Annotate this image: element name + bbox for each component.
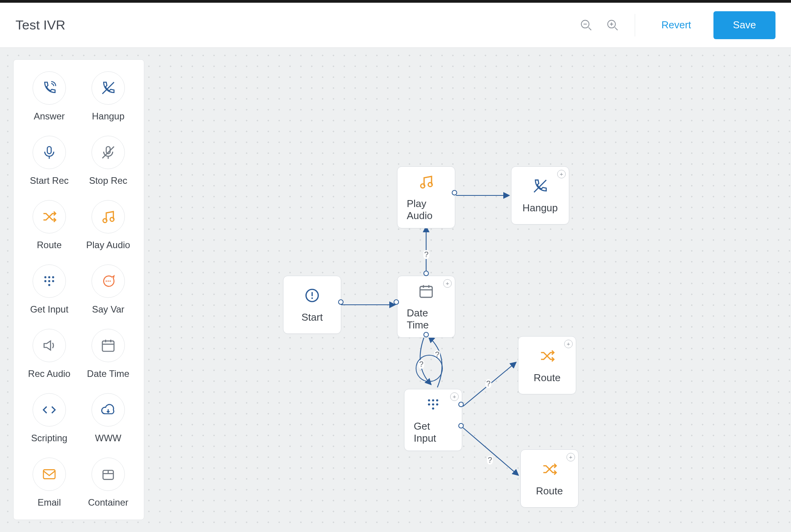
- music-note-icon: [418, 174, 434, 192]
- connection-port[interactable]: [423, 271, 429, 276]
- palette-item-www[interactable]: WWW: [79, 393, 138, 444]
- flow-node-start[interactable]: Start: [283, 276, 341, 334]
- window-titlebar-stub: [0, 0, 791, 3]
- music-note-icon: [92, 200, 125, 233]
- node-palette: Answer Hangup Start Rec Stop Rec Route P…: [13, 59, 144, 520]
- palette-item-label: Stop Rec: [89, 175, 128, 186]
- header-separator: [635, 14, 635, 36]
- start-icon: [304, 287, 320, 305]
- flow-node-label: Route: [534, 372, 560, 384]
- calendar-icon: [92, 329, 125, 362]
- connection-port[interactable]: [452, 190, 457, 195]
- edge-condition-label[interactable]: ?: [423, 250, 429, 259]
- envelope-icon: [33, 458, 66, 491]
- palette-item-route[interactable]: Route: [20, 200, 79, 250]
- edge-condition-label[interactable]: ?: [487, 456, 493, 465]
- cloud-download-icon: [92, 393, 125, 427]
- palette-item-email[interactable]: Email: [20, 458, 79, 508]
- palette-item-stop-rec[interactable]: Stop Rec: [79, 136, 138, 186]
- connection-port[interactable]: [394, 299, 399, 305]
- palette-item-hangup[interactable]: Hangup: [79, 71, 138, 122]
- flow-node-hangup[interactable]: + Hangup: [511, 166, 569, 225]
- palette-item-label: Rec Audio: [28, 368, 70, 379]
- palette-item-label: Play Audio: [86, 240, 130, 250]
- palette-item-answer[interactable]: Answer: [20, 71, 79, 122]
- flow-node-route2[interactable]: + Route: [520, 449, 579, 508]
- node-add-button[interactable]: +: [557, 170, 566, 178]
- flow-node-label: Start: [302, 311, 323, 323]
- palette-item-date-time[interactable]: Date Time: [79, 329, 138, 379]
- flow-node-label: Get Input: [414, 420, 452, 444]
- connection-port[interactable]: [338, 299, 344, 305]
- node-add-button[interactable]: +: [443, 279, 452, 288]
- revert-button[interactable]: Revert: [649, 11, 703, 39]
- palette-item-label: Date Time: [87, 368, 129, 379]
- app-header: Test IVR Revert Save: [0, 3, 791, 48]
- flow-node-playaudio[interactable]: Play Audio: [397, 166, 455, 228]
- loop-decoration: [416, 355, 443, 382]
- palette-item-get-input[interactable]: Get Input: [20, 264, 79, 315]
- mic-off-icon: [92, 136, 125, 169]
- palette-item-container[interactable]: Container: [79, 458, 138, 508]
- keypad-icon: [33, 264, 66, 298]
- zoom-out-icon: [580, 19, 593, 32]
- flow-node-label: Hangup: [522, 202, 558, 214]
- node-add-button[interactable]: +: [564, 340, 573, 348]
- connection-port[interactable]: [423, 332, 429, 337]
- flow-node-label: Play Audio: [407, 198, 446, 222]
- palette-item-scripting[interactable]: Scripting: [20, 393, 79, 444]
- speech-bubble-icon: [92, 264, 125, 298]
- palette-item-rec-audio[interactable]: Rec Audio: [20, 329, 79, 379]
- palette-item-label: Hangup: [92, 111, 124, 122]
- palette-item-label: Scripting: [31, 433, 67, 444]
- save-button[interactable]: Save: [713, 11, 775, 39]
- flow-node-label: Route: [536, 485, 563, 497]
- phone-hangup-icon: [92, 71, 125, 105]
- phone-answer-icon: [33, 71, 66, 105]
- shuffle-icon: [33, 200, 66, 233]
- connection-port[interactable]: [458, 423, 464, 428]
- node-add-button[interactable]: +: [566, 453, 575, 461]
- node-add-button[interactable]: +: [450, 392, 459, 401]
- svg-line-1: [589, 27, 591, 30]
- flow-node-getinput[interactable]: + Get Input: [404, 389, 462, 451]
- palette-item-label: Email: [38, 497, 61, 508]
- shuffle-icon: [541, 461, 558, 479]
- flow-node-datetime[interactable]: + Date Time: [397, 276, 455, 338]
- palette-item-label: Route: [37, 240, 62, 250]
- keypad-icon: [425, 396, 441, 414]
- phone-hangup-icon: [532, 178, 548, 196]
- palette-item-label: Answer: [34, 111, 65, 122]
- speaker-icon: [33, 329, 66, 362]
- palette-item-play-audio[interactable]: Play Audio: [79, 200, 138, 250]
- calendar-icon: [418, 283, 434, 301]
- palette-item-label: WWW: [95, 433, 121, 444]
- shuffle-icon: [539, 348, 555, 366]
- edge-condition-label[interactable]: ?: [485, 379, 491, 388]
- flow-node-route1[interactable]: + Route: [518, 336, 576, 394]
- svg-line-4: [615, 27, 618, 30]
- zoom-in-button[interactable]: [604, 17, 621, 33]
- zoom-in-icon: [606, 19, 619, 32]
- page-title: Test IVR: [16, 17, 65, 33]
- palette-item-label: Container: [88, 497, 128, 508]
- code-icon: [33, 393, 66, 427]
- connection-port[interactable]: [458, 402, 464, 407]
- palette-item-label: Start Rec: [30, 175, 69, 186]
- palette-item-start-rec[interactable]: Start Rec: [20, 136, 79, 186]
- palette-item-label: Say Var: [92, 304, 124, 315]
- palette-item-label: Get Input: [30, 304, 69, 315]
- flow-node-label: Date Time: [407, 307, 446, 331]
- container-icon: [92, 458, 125, 491]
- flow-canvas[interactable]: Answer Hangup Start Rec Stop Rec Route P…: [0, 48, 791, 532]
- zoom-out-button[interactable]: [578, 17, 594, 33]
- mic-icon: [33, 136, 66, 169]
- palette-item-say-var[interactable]: Say Var: [79, 264, 138, 315]
